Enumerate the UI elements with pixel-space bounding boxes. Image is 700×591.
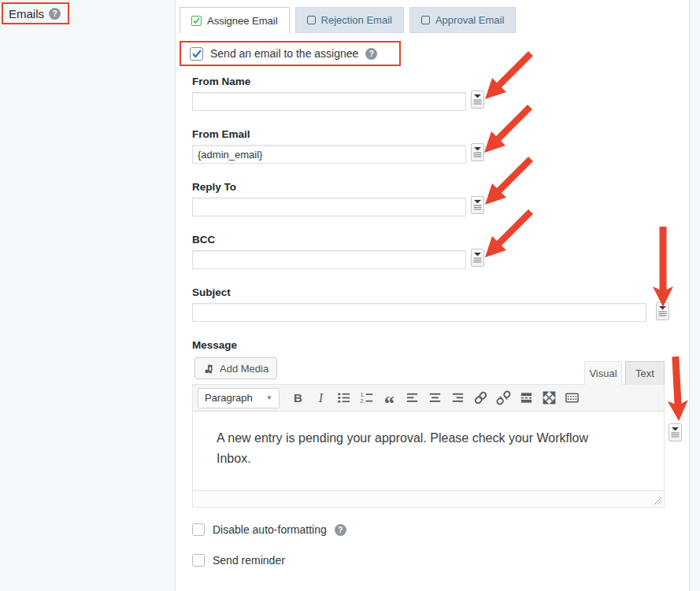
editor-toolbar: Paragraph ▼ B I 1.2. “ bbox=[193, 385, 664, 412]
numbered-list-icon[interactable]: 1.2. bbox=[355, 388, 378, 408]
resize-handle-icon[interactable] bbox=[654, 497, 662, 505]
align-left-icon[interactable] bbox=[401, 388, 424, 408]
unchecked-checkbox-icon bbox=[421, 16, 430, 24]
send-email-checkbox[interactable] bbox=[190, 47, 203, 61]
message-body[interactable]: A new entry is pending your approval. Pl… bbox=[193, 412, 664, 490]
add-media-label: Add Media bbox=[220, 363, 269, 375]
emails-help-icon[interactable]: ? bbox=[49, 8, 61, 20]
align-right-icon[interactable] bbox=[446, 388, 469, 408]
bcc-input[interactable] bbox=[192, 250, 466, 269]
send-email-help-icon[interactable]: ? bbox=[365, 48, 377, 60]
tab-approval-email[interactable]: Approval Email bbox=[409, 7, 516, 33]
merge-tag-button[interactable] bbox=[471, 143, 484, 161]
from-email-label: From Email bbox=[192, 128, 250, 140]
merge-tag-button[interactable] bbox=[471, 90, 484, 109]
tab-label: Rejection Email bbox=[321, 14, 392, 26]
disable-autoformat-checkbox[interactable] bbox=[192, 523, 205, 536]
bcc-label: BCC bbox=[192, 234, 215, 246]
merge-tag-button[interactable] bbox=[656, 302, 669, 320]
link-icon[interactable] bbox=[469, 388, 492, 408]
paragraph-format-select[interactable]: Paragraph ▼ bbox=[198, 388, 280, 408]
reply-to-label: Reply To bbox=[192, 181, 236, 193]
svg-text:2.: 2. bbox=[360, 398, 365, 404]
merge-tag-button[interactable] bbox=[669, 423, 682, 441]
checked-checkbox-icon bbox=[191, 16, 202, 26]
chevron-down-icon: ▼ bbox=[266, 394, 272, 401]
merge-tag-button[interactable] bbox=[471, 249, 484, 267]
align-center-icon[interactable] bbox=[424, 388, 446, 408]
unchecked-checkbox-icon bbox=[307, 16, 316, 24]
bulleted-list-icon[interactable] bbox=[332, 388, 355, 408]
add-media-button[interactable]: Add Media bbox=[194, 357, 277, 379]
message-editor: Paragraph ▼ B I 1.2. “ bbox=[192, 384, 665, 508]
toolbar-toggle-icon[interactable] bbox=[561, 388, 583, 408]
emails-annotation-box: Emails ? bbox=[2, 2, 69, 24]
send-reminder-label: Send reminder bbox=[213, 554, 285, 567]
message-label: Message bbox=[192, 339, 237, 351]
bold-icon[interactable]: B bbox=[287, 388, 309, 408]
send-reminder-checkbox[interactable] bbox=[192, 554, 205, 567]
media-icon bbox=[203, 363, 215, 375]
tab-label: Assignee Email bbox=[207, 15, 278, 27]
emails-label: Emails bbox=[9, 7, 44, 20]
tab-rejection-email[interactable]: Rejection Email bbox=[295, 7, 404, 33]
italic-icon[interactable]: I bbox=[309, 388, 332, 408]
send-email-annotation-box: Send an email to the assignee ? bbox=[180, 41, 401, 66]
send-email-label: Send an email to the assignee bbox=[210, 47, 358, 60]
subject-label: Subject bbox=[192, 286, 231, 298]
svg-text:1.: 1. bbox=[360, 392, 365, 398]
email-tabs: Assignee Email Rejection Email Approval … bbox=[180, 7, 516, 34]
disable-autoformat-help-icon[interactable]: ? bbox=[335, 524, 346, 536]
editor-tab-text[interactable]: Text bbox=[625, 361, 665, 385]
reply-to-input[interactable] bbox=[192, 198, 466, 216]
from-email-input[interactable] bbox=[192, 145, 466, 164]
merge-tag-button[interactable] bbox=[471, 196, 484, 214]
unlink-icon[interactable] bbox=[492, 388, 515, 408]
tab-assignee-email[interactable]: Assignee Email bbox=[180, 7, 290, 34]
from-name-input[interactable] bbox=[192, 92, 466, 111]
tab-label: Approval Email bbox=[435, 14, 504, 26]
editor-tab-visual[interactable]: Visual bbox=[584, 361, 622, 385]
fullscreen-icon[interactable] bbox=[538, 388, 561, 408]
more-tag-icon[interactable] bbox=[515, 388, 538, 408]
editor-statusbar bbox=[193, 490, 664, 507]
from-name-label: From Name bbox=[192, 76, 250, 87]
subject-input[interactable] bbox=[192, 303, 646, 322]
disable-autoformat-label: Disable auto-formatting bbox=[213, 523, 327, 536]
blockquote-icon[interactable]: “ bbox=[378, 388, 401, 408]
